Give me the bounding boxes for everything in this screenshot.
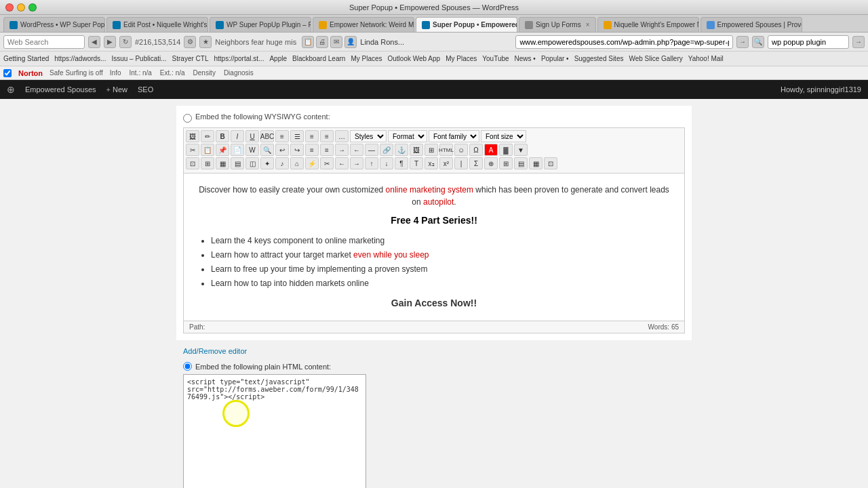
tb-link-btn[interactable]: 🔗: [380, 144, 393, 156]
tb-misc16-btn[interactable]: Σ: [469, 157, 483, 169]
bookmark-suggested[interactable]: Suggested Sites: [574, 55, 624, 62]
wysiwyg-content-area[interactable]: Discover how to easily create your own c…: [183, 173, 685, 321]
tb-format-select[interactable]: Format: [388, 130, 427, 142]
tab-niquelle[interactable]: Niquelle Wright's Empower N... ×: [597, 17, 699, 32]
admin-seo[interactable]: SEO: [138, 85, 153, 94]
tb-misc17-btn[interactable]: ⊕: [484, 157, 498, 169]
tb-misc5-btn[interactable]: ⚡: [305, 157, 319, 169]
tb-misc6-btn[interactable]: ✂: [320, 157, 334, 169]
new-label[interactable]: New: [113, 85, 127, 94]
tb-align-left-btn[interactable]: ≡: [275, 130, 289, 142]
tb-styles-select[interactable]: Styles: [350, 130, 387, 142]
tb-redo-btn[interactable]: ↪: [290, 144, 304, 156]
tab-close-6[interactable]: ×: [586, 21, 590, 28]
tb-cut-btn[interactable]: ✂: [186, 144, 199, 156]
tb-undo-btn[interactable]: ↩: [275, 144, 289, 156]
tb-misc14-btn[interactable]: x²: [439, 157, 453, 169]
icon-btn-4[interactable]: 👤: [344, 36, 357, 48]
zoom-button[interactable]: 🔍: [752, 36, 764, 48]
tb-list-ordered-btn[interactable]: ≡: [320, 144, 334, 156]
tb-misc11-btn[interactable]: ¶: [395, 157, 408, 169]
autopilot-link[interactable]: autopilot: [423, 197, 454, 207]
tb-tbl-btn[interactable]: ⊞: [201, 157, 214, 169]
norton-logo[interactable]: Norton: [18, 69, 43, 77]
bookmark-youtube[interactable]: YouTube: [482, 55, 509, 62]
bookmark-yahoo[interactable]: Yahoo! Mail: [688, 55, 724, 62]
tb-align-center-btn[interactable]: ☰: [290, 130, 304, 142]
tb-tbl2-btn[interactable]: ▦: [216, 157, 229, 169]
bookmark-myplaces2[interactable]: My Places: [446, 55, 477, 62]
tb-indent-btn[interactable]: →: [335, 144, 349, 156]
tb-image-btn[interactable]: 🖼: [186, 130, 199, 142]
icon-btn-2[interactable]: 🖨: [316, 36, 328, 48]
html-embed-radio[interactable]: [183, 362, 192, 371]
tb-pasteword-btn[interactable]: W: [245, 144, 259, 156]
tab-signup[interactable]: Sign Up Forms ×: [519, 17, 596, 32]
tb-bgcolor-btn[interactable]: ▓: [499, 144, 513, 156]
url-input[interactable]: [515, 35, 733, 49]
tb-misc20-btn[interactable]: ▦: [529, 157, 542, 169]
icon-btn-1[interactable]: 📋: [302, 36, 314, 48]
tb-italic-btn[interactable]: I: [231, 130, 244, 142]
maximize-button[interactable]: [28, 3, 37, 12]
online-marketing-link[interactable]: online marketing system: [386, 185, 473, 195]
refresh-button[interactable]: ↻: [119, 36, 132, 48]
tb-html-btn[interactable]: HTML: [439, 144, 453, 156]
back-button[interactable]: ◀: [88, 36, 100, 48]
tb-outdent-btn[interactable]: ←: [350, 144, 363, 156]
tb-color-btn[interactable]: A: [484, 144, 498, 156]
tb-more-btn[interactable]: …: [335, 130, 349, 142]
tb-underline-btn[interactable]: U: [245, 130, 259, 142]
tb-pasteplain-btn[interactable]: 📄: [231, 144, 244, 156]
star-btn[interactable]: ★: [199, 36, 212, 48]
bookmark-getting-started[interactable]: Getting Started: [3, 55, 49, 62]
tb-misc2-btn[interactable]: ✦: [260, 157, 274, 169]
bookmark-webslice[interactable]: Web Slice Gallery: [629, 55, 682, 62]
bookmark-myplaces[interactable]: My Places: [351, 55, 382, 62]
tb-hr-btn[interactable]: —: [365, 144, 378, 156]
extra-nav-btn[interactable]: ⚙: [184, 36, 196, 48]
bookmark-news[interactable]: News •: [515, 55, 536, 62]
tb-copy-btn[interactable]: 📋: [201, 144, 214, 156]
web-search-input[interactable]: [3, 35, 85, 49]
tb-char-btn[interactable]: Ω: [469, 144, 483, 156]
go-button[interactable]: →: [736, 36, 749, 48]
bookmark-issuu[interactable]: Issuu – Publicati...: [111, 55, 166, 62]
tb-misc8-btn[interactable]: →: [350, 157, 363, 169]
tb-anchor-btn[interactable]: ⚓: [395, 144, 408, 156]
tb-fontfamily-select[interactable]: Font family: [429, 130, 479, 142]
bookmark-apple[interactable]: Apple: [269, 55, 287, 62]
tb-edit-btn[interactable]: ✏: [201, 130, 214, 142]
tb-align-right-btn[interactable]: ≡: [305, 130, 319, 142]
tb-misc4-btn[interactable]: ⌂: [290, 157, 304, 169]
tb-table-btn[interactable]: ⊞: [425, 144, 438, 156]
admin-site-name[interactable]: Empowered Spouses: [25, 85, 96, 94]
bookmark-popular[interactable]: Popular •: [541, 55, 569, 62]
tb-misc15-btn[interactable]: |: [454, 157, 468, 169]
icon-btn-3[interactable]: ✉: [330, 36, 342, 48]
tb-misc3-btn[interactable]: ♪: [275, 157, 289, 169]
tb-misc21-btn[interactable]: ⊡: [544, 157, 557, 169]
tab-empower[interactable]: Empower Network: Weird Ma... ×: [313, 17, 414, 32]
tb-list-unordered-btn[interactable]: ≡: [305, 144, 319, 156]
tb-misc18-btn[interactable]: ⊞: [499, 157, 513, 169]
bookmark-adwords[interactable]: https://adwords...: [54, 55, 106, 62]
tab-superpopup-active[interactable]: Super Popup • Empowered Sp... ×: [416, 17, 517, 32]
tb-misc19-btn[interactable]: ▤: [514, 157, 528, 169]
admin-new-btn[interactable]: + New: [106, 85, 127, 94]
search-go-button[interactable]: →: [852, 36, 865, 48]
bookmark-blackboard[interactable]: Blackboard Learn: [292, 55, 345, 62]
forward-button[interactable]: ▶: [104, 36, 116, 48]
bookmark-strayer[interactable]: Strayer CTL: [172, 55, 209, 62]
tb-image2-btn[interactable]: 🖼: [410, 144, 423, 156]
close-button[interactable]: [5, 3, 14, 12]
tb-abc-btn[interactable]: ABC: [260, 130, 274, 142]
norton-checkbox[interactable]: [3, 69, 12, 77]
bookmark-portal[interactable]: https://portal.st...: [214, 55, 264, 62]
tb-tbl3-btn[interactable]: ▤: [231, 157, 244, 169]
tb-justify-btn[interactable]: ≡: [320, 130, 334, 142]
tb-find-btn[interactable]: 🔍: [260, 144, 274, 156]
add-remove-editor-link[interactable]: Add/Remove editor: [183, 347, 685, 355]
tab-wpsuperpopup[interactable]: WP Super PopUp Plugin – Fre... ×: [210, 17, 311, 32]
tb-misc7-btn[interactable]: ←: [335, 157, 349, 169]
